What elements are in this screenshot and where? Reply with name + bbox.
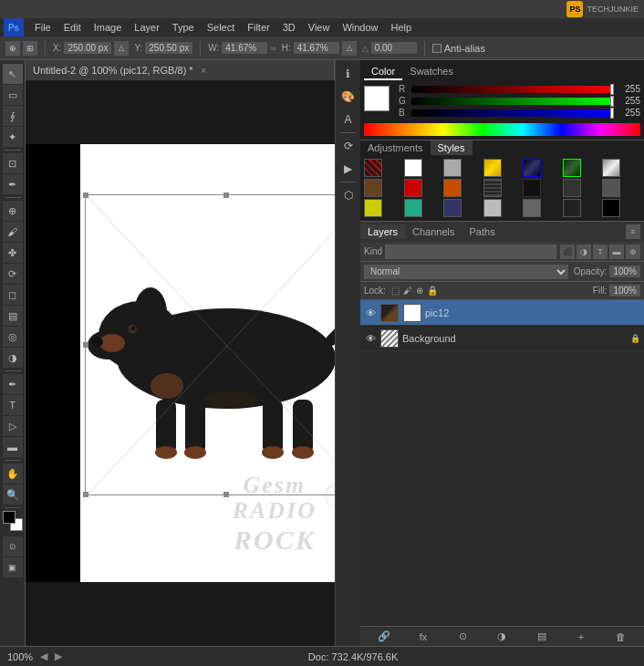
antialias-checkbox[interactable]: Anti-alias	[432, 43, 485, 54]
vert-tool-action[interactable]: ▶	[338, 159, 358, 179]
tool-brush[interactable]: 🖌	[3, 222, 23, 242]
layer-link-button[interactable]: 🔗	[376, 629, 392, 645]
x-value[interactable]: 250.00 px	[64, 42, 111, 54]
fill-value[interactable]: 100%	[609, 285, 640, 297]
layer-fx-button[interactable]: fx	[415, 629, 431, 645]
options-move-icon[interactable]: ⊕	[5, 41, 20, 56]
style-orange[interactable]	[443, 179, 462, 197]
layer-bg-visibility[interactable]: 👁	[364, 332, 377, 345]
style-white[interactable]	[404, 159, 422, 177]
style-blackglow[interactable]	[523, 179, 541, 197]
tool-color-swatches[interactable]	[3, 511, 23, 531]
tab-layers[interactable]: Layers	[360, 224, 405, 239]
layers-collapse-icon[interactable]: ≡	[626, 224, 640, 239]
filter-shape-icon[interactable]: ▬	[609, 245, 624, 259]
menu-layer[interactable]: Layer	[129, 20, 165, 35]
tool-path[interactable]: ▷	[3, 416, 23, 436]
style-none[interactable]	[364, 159, 382, 177]
vert-tool-3d[interactable]: ⬡	[338, 185, 358, 205]
menu-file[interactable]: File	[29, 20, 57, 35]
style-dkblue[interactable]	[443, 199, 462, 217]
status-next-arrow[interactable]: ▶	[55, 650, 62, 662]
vert-tool-style[interactable]: A	[338, 109, 358, 130]
status-prev-arrow[interactable]: ◀	[40, 650, 47, 662]
tool-mode[interactable]: ⊙	[3, 536, 23, 557]
style-chrome[interactable]	[602, 159, 620, 177]
canvas[interactable]: Gesm RADIO ROCK	[26, 144, 335, 582]
layer-pic12-visibility[interactable]: 👁	[364, 307, 377, 319]
tool-history[interactable]: ⟳	[3, 264, 23, 284]
tool-gradient[interactable]: ▤	[3, 306, 23, 326]
menu-3d[interactable]: 3D	[277, 20, 301, 35]
blue-slider[interactable]	[411, 109, 614, 117]
tool-pen[interactable]: ✒	[3, 374, 23, 394]
layer-mask-button[interactable]: ⊙	[454, 629, 471, 645]
tab-styles[interactable]: Styles	[431, 140, 473, 155]
lock-all-icon[interactable]: 🔒	[427, 286, 438, 296]
tool-wand[interactable]: ✦	[3, 127, 23, 147]
tool-screen[interactable]: ▣	[3, 557, 23, 578]
lock-paint-icon[interactable]: 🖌	[403, 286, 412, 296]
tool-crop[interactable]: ⊡	[3, 153, 23, 173]
doc-close-button[interactable]: ×	[201, 65, 206, 76]
tab-channels[interactable]: Channels	[405, 224, 462, 239]
menu-select[interactable]: Select	[202, 20, 241, 35]
foreground-color[interactable]	[3, 511, 16, 524]
filter-dropdown[interactable]	[385, 245, 556, 259]
style-gray[interactable]	[602, 179, 620, 197]
layer-group-button[interactable]: ▤	[534, 629, 550, 645]
menu-filter[interactable]: Filter	[242, 20, 275, 35]
color-preview-swatch[interactable]	[364, 86, 390, 111]
red-thumb[interactable]	[610, 84, 614, 95]
vert-tool-info[interactable]: ℹ	[338, 64, 358, 84]
menu-help[interactable]: Help	[386, 20, 418, 35]
tool-blur[interactable]: ◎	[3, 327, 23, 347]
filter-text-icon[interactable]: T	[593, 245, 608, 259]
tool-zoom[interactable]: 🔍	[3, 484, 23, 505]
tool-marquee[interactable]: ▭	[3, 85, 23, 105]
style-greenglow[interactable]	[563, 159, 581, 177]
document-tab[interactable]: Untitled-2 @ 100% (pic12, RGB/8) * ×	[26, 60, 335, 80]
style-lgray2[interactable]	[483, 199, 502, 217]
style-lgray[interactable]	[443, 159, 462, 177]
style-yellow[interactable]	[364, 199, 382, 217]
color-spectrum[interactable]	[364, 123, 640, 136]
tool-eraser[interactable]: ◻	[3, 285, 23, 305]
opacity-value[interactable]: 100%	[609, 265, 640, 277]
tool-dodge[interactable]: ◑	[3, 348, 23, 368]
style-pattern1[interactable]	[483, 179, 502, 197]
tab-paths[interactable]: Paths	[462, 224, 503, 239]
lock-transparent-icon[interactable]: ⬚	[391, 286, 400, 296]
tab-color[interactable]: Color	[364, 64, 402, 80]
style-gold[interactable]	[483, 159, 502, 177]
blend-mode-select[interactable]: Normal	[364, 265, 568, 279]
red-slider[interactable]	[411, 86, 614, 93]
style-mgray[interactable]	[523, 199, 541, 217]
tool-hand[interactable]: ✋	[3, 463, 23, 484]
style-brown[interactable]	[364, 179, 382, 197]
menu-edit[interactable]: Edit	[58, 20, 87, 35]
style-red[interactable]	[404, 179, 422, 197]
style-teal[interactable]	[404, 199, 422, 217]
layer-background[interactable]: 👁 Background 🔒	[360, 326, 644, 351]
antialias-check[interactable]	[432, 44, 441, 53]
green-slider[interactable]	[411, 98, 614, 105]
tool-clone[interactable]: ✤	[3, 243, 23, 263]
tab-swatches[interactable]: Swatches	[402, 64, 461, 80]
layer-pic12[interactable]: 👁 pic12	[360, 300, 644, 326]
angle-value[interactable]: 0.00	[371, 42, 417, 54]
vert-tool-history[interactable]: ⟳	[338, 136, 358, 156]
filter-pixel-icon[interactable]: ⬛	[560, 245, 575, 259]
style-dark[interactable]	[563, 179, 581, 197]
lock-position-icon[interactable]: ⊕	[416, 286, 423, 296]
filter-adj-icon[interactable]: ◑	[576, 245, 591, 259]
menu-view[interactable]: View	[303, 20, 336, 35]
style-dgray[interactable]	[563, 199, 581, 217]
tool-eyedropper[interactable]: ✒	[3, 174, 23, 194]
layer-delete-button[interactable]: 🗑	[612, 629, 628, 645]
style-black[interactable]	[602, 199, 620, 217]
blue-thumb[interactable]	[610, 108, 614, 119]
style-blueglow[interactable]	[523, 159, 541, 177]
h-value[interactable]: 41.67%	[294, 42, 339, 54]
options-grid-icon[interactable]: ⊞	[23, 41, 37, 56]
